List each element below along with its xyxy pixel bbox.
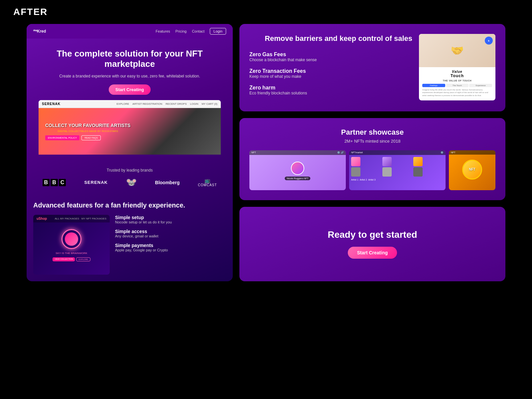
kred-nav: ᵐˢKred Features Pricing Contact Login [27,24,233,39]
ready-title: Ready to get started [328,229,417,240]
mock-headline: COLLECT YOUR FAVOURITE ARTISTS [45,123,130,128]
partner-card-1: NFT ⚙️ 🔗 Nicole Ruggiero NFT [249,150,346,190]
neon-btn1: VIEW COLLECTION [53,257,75,261]
login-button[interactable]: Login [210,28,226,35]
nft-name-label-1: Nicole Ruggiero NFT [285,177,310,180]
feature-access-name: Simple access [115,229,226,234]
barrier-transaction: Zero Transaction Fees Keep more of what … [249,68,412,79]
nft-grid-item-2 [382,157,392,166]
barriers-left: Remove barriers and keep control of sale… [249,34,412,101]
nft-label-2: NFTmarket [351,151,363,154]
partner-subtitle: 2M+ NFTs minted since 2018 [249,139,495,144]
bbc-c: C [59,179,66,186]
feature-access: Simple access Any device, gmail or walle… [115,229,226,238]
nft3-content: NFT [449,155,495,185]
ushop-logo: uShop [37,217,47,220]
partner-card-2: NFTmarket ⚙️ Artist 1Artist 2Artist 3 [349,150,446,190]
feature-payments-name: Simple payments [115,243,226,248]
neon-buttons: VIEW COLLECTION EXPLORE [53,257,90,261]
mock-site-logo: SERENAK [42,102,61,106]
trusted-section: Trusted by leading brands B B C SERENAK … [27,161,233,194]
nft-grid [349,155,446,179]
nft-grid-item-6 [413,167,423,177]
vt-subtitle: THE VALUE OF TOUCH [422,79,492,82]
hero-cta-button[interactable]: Start Creating [109,84,151,95]
vt-content: ValueTouch THE VALUE OF TOUCH Feelings T… [419,67,495,99]
hero-title: The complete solution for your NFT marke… [33,49,226,69]
hero-subtitle: Create a branded experience with our eas… [33,73,226,79]
nft-grid-item-1 [351,157,360,166]
feature-access-desc: Any device, gmail or wallet [115,234,226,238]
barrier-harm-desc: Eco friendly blockchain solutions [249,91,412,95]
vt-tab-1[interactable]: Feelings [422,84,445,87]
partner-title: Partner showcase [249,128,495,137]
app-logo: AFTER [13,7,48,17]
gold-nft-circle: NFT [462,160,482,180]
feature-setup-name: Simple setup [115,215,226,220]
mock-btn-env[interactable]: ENVIRONMENTAL POLICY [45,135,79,140]
features-mock: uShop ALL MY PACKAGES MY NFT PACKAGES SK… [33,215,110,275]
advanced-title: Advanced features for a fan friendly exp… [33,201,226,209]
barrier-gas: Zero Gas Fees Choose a blockchain that m… [249,52,412,62]
nft-content-1: Nicole Ruggiero NFT [249,155,346,182]
mock-link-drops: RECENT DROPS [166,102,187,105]
vt-title: ValueTouch [422,70,492,78]
barriers-right: 🤝 k ValueTouch THE VALUE OF TOUCH Feelin… [419,34,495,101]
barriers-title: Remove barriers and keep control of sale… [249,34,412,44]
mock-link-artist: ARTIST REGISTRATION [132,102,162,105]
vt-body-text: Imagine living life while you touch the … [422,88,492,97]
nft-bar-3: NFT [449,150,495,155]
brand-bbc: B B C [43,179,66,186]
vt-hands-image: 🤝 [451,44,464,57]
mock-browser: SERENAK EXPLORE ARTIST REGISTRATION RECE… [39,100,221,155]
neon-inner [65,232,78,246]
trusted-title: Trusted by leading brands [33,168,226,173]
brands-row: B B C SERENAK 🐭 Bloomberg 📺 COMCAST [33,177,226,188]
neon-btn2: EXPLORE [76,257,90,261]
nft-icons-1: ⚙️ 🔗 [337,151,344,154]
ready-cta-button[interactable]: Start Creating [348,247,397,259]
mock-btn-faqs[interactable]: READ FAQS [81,135,101,140]
nft-avatar-1 [291,162,304,175]
nft-bar-2: NFTmarket ⚙️ [349,150,446,155]
partner-images: NFT ⚙️ 🔗 Nicole Ruggiero NFT NFTmarket ⚙… [249,150,495,190]
feature-payments-desc: Apple pay, Google pay or Crypto [115,248,226,252]
mock-browser-links: EXPLORE ARTIST REGISTRATION RECENT DROPS… [117,102,218,105]
top-bar: AFTER [0,0,532,24]
brand-bloomberg: Bloomberg [155,180,180,185]
brand-comcast: 📺 COMCAST [198,178,217,187]
brand-serenak: SERENAK [84,180,108,185]
feature-setup-desc: Nocode setup or let us do it for you [115,220,226,224]
features-mock-body: SKY IS THE BRAINWORK VIEW COLLECTION EXP… [33,222,110,268]
kred-nav-links: Features Pricing Contact Login [156,28,226,35]
nft-grid-item-4 [351,167,360,177]
partner-showcase-card: Partner showcase 2M+ NFTs minted since 2… [239,118,505,200]
nav-pricing[interactable]: Pricing [176,29,187,33]
nav-contact[interactable]: Contact [192,29,204,33]
barrier-harm: Zero harm Eco friendly blockchain soluti… [249,85,412,95]
vt-tab-3[interactable]: Experience [469,84,492,87]
left-panel: ᵐˢKred Features Pricing Contact Login Th… [27,24,233,281]
ready-card: Ready to get started Start Creating [239,207,505,282]
nft-names-row: Artist 1Artist 2Artist 3 [349,179,446,181]
mock-link-login: LOGIN [190,102,199,105]
vt-image-area: 🤝 k [419,34,495,67]
nft-grid-item-5 [382,167,392,177]
nav-features[interactable]: Features [156,29,170,33]
bbc-b1: B [43,179,50,186]
nft-label-1: NFT [251,151,256,154]
right-panel: Remove barriers and keep control of sale… [239,24,505,281]
neon-label: SKY IS THE BRAINWORK [56,252,87,255]
vt-tab-2[interactable]: The Touch [446,84,469,87]
mock-buttons: ENVIRONMENTAL POLICY READ FAQS [45,135,130,140]
main-layout: ᵐˢKred Features Pricing Contact Login Th… [0,24,532,281]
features-list: Simple setup Nocode setup or let us do i… [115,215,226,275]
barriers-card: Remove barriers and keep control of sale… [239,24,505,111]
vt-badge: k [485,37,493,45]
mock-subheadline: DIGITAL COLLECTIBLES MADE BY ROCKSTARS [45,130,130,133]
nft-bar-1: NFT ⚙️ 🔗 [249,150,346,155]
kred-logo: ᵐˢKred [33,29,46,34]
mock-browser-content: COLLECT YOUR FAVOURITE ARTISTS DIGITAL C… [39,108,221,155]
hero-section: The complete solution for your NFT marke… [27,39,233,161]
mock-link-cart: MY CART (0) [201,102,217,105]
